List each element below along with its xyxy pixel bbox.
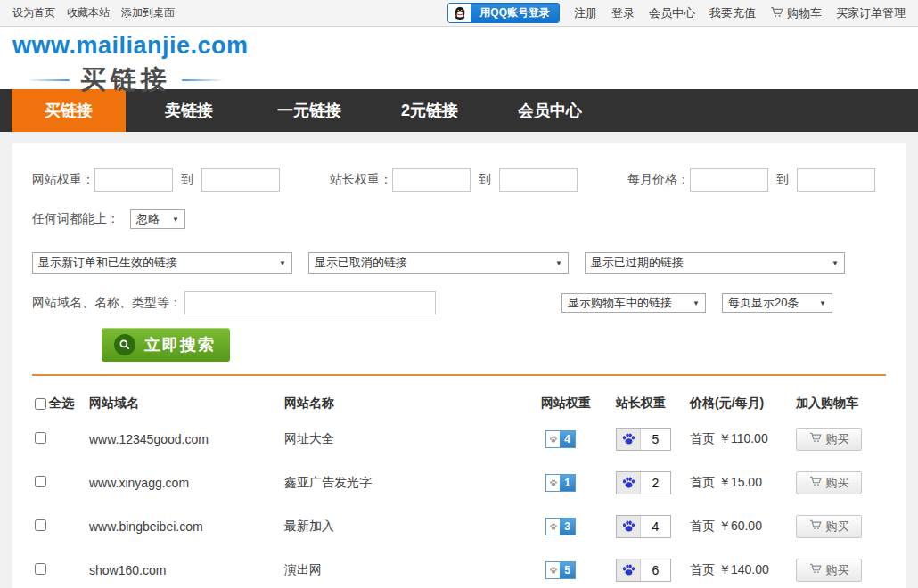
topbar-cart-link[interactable]: 购物车 xyxy=(770,5,822,21)
row-checkbox[interactable] xyxy=(35,476,46,487)
price-max-input[interactable] xyxy=(797,168,875,192)
topbar-link[interactable]: 我要充值 xyxy=(709,5,756,21)
price-min-input[interactable] xyxy=(690,168,768,192)
site-weight-badge: 4 xyxy=(545,430,576,448)
logo-site-name: 买链接 xyxy=(80,62,171,98)
topbar-link[interactable]: 登录 xyxy=(611,5,635,21)
row-checkbox[interactable] xyxy=(35,519,46,531)
paw-icon xyxy=(546,566,560,575)
new-orders-select[interactable]: 显示新订单和已生效的链接 ▼ xyxy=(32,252,292,274)
per-page-select[interactable]: 每页显示20条 ▼ xyxy=(722,293,832,313)
buy-button[interactable]: 购买 xyxy=(796,471,862,494)
tagline-dash-right xyxy=(182,79,225,81)
search-icon xyxy=(114,334,135,355)
site-weight-value: 1 xyxy=(560,475,575,491)
row-price: 首页 ￥60.00 xyxy=(690,519,796,535)
nav-tab[interactable]: 会员中心 xyxy=(493,89,607,132)
col-header-name: 网站名称 xyxy=(284,396,541,412)
table-row: www.12345good.com 网址大全 4 5 首页 ￥110.00 xyxy=(32,417,886,461)
tagline-dash-left xyxy=(27,79,70,81)
topbar-link[interactable]: 注册 xyxy=(574,5,597,21)
col-header-webmaster-weight: 站长权重 xyxy=(616,396,690,412)
buy-button[interactable]: 购买 xyxy=(796,515,862,538)
chevron-down-icon: ▼ xyxy=(687,299,700,307)
row-checkbox[interactable] xyxy=(35,563,46,575)
topbar-link[interactable]: 会员中心 xyxy=(649,5,695,21)
cart-links-select-value: 显示购物车中的链接 xyxy=(568,295,672,311)
topbar: 设为首页 收藏本站 添加到桌面 用QQ账号登录 注册 登录 会员中心 我要充值 … xyxy=(0,0,918,27)
qq-login-button[interactable]: 用QQ账号登录 xyxy=(447,3,560,23)
table-row: show160.com 演出网 5 6 首页 ￥140.00 xyxy=(32,548,886,588)
expired-select-value: 显示已过期的链接 xyxy=(591,255,684,271)
webmaster-weight-max-input[interactable] xyxy=(499,168,578,192)
row-checkbox[interactable] xyxy=(35,432,46,444)
buy-button[interactable]: 购买 xyxy=(796,428,862,451)
row-domain: www.xinyagg.com xyxy=(89,476,284,490)
row-price: 首页 ￥110.00 xyxy=(690,431,796,447)
nav-tab[interactable]: 2元链接 xyxy=(373,89,487,132)
cart-links-select[interactable]: 显示购物车中的链接 ▼ xyxy=(561,293,706,313)
logo-url[interactable]: www.mailianjie.com xyxy=(12,32,249,60)
webmaster-weight-badge: 5 xyxy=(616,428,671,451)
topbar-order-management-link[interactable]: 买家订单管理 xyxy=(836,5,906,21)
col-header-site-weight: 网站权重 xyxy=(541,396,616,412)
orange-divider xyxy=(32,374,886,376)
cart-icon xyxy=(809,431,822,446)
filter-row-weights: 网站权重： 到 站长权重： 到 每月价格： 到 xyxy=(32,168,886,192)
buy-button-label: 购买 xyxy=(826,519,849,535)
site-weight-label: 网站权重： xyxy=(32,172,94,188)
buy-button-label: 购买 xyxy=(826,475,849,491)
to-label: 到 xyxy=(181,172,193,188)
anyword-select[interactable]: 忽略 ▼ xyxy=(130,209,185,229)
paw-icon xyxy=(617,559,641,581)
table-row: www.bingbeibei.com 最新加入 3 4 首页 ￥60.00 xyxy=(32,504,886,548)
anyword-label: 任何词都能上： xyxy=(32,211,119,227)
site-weight-value: 5 xyxy=(560,562,575,578)
paw-icon xyxy=(617,429,641,450)
site-weight-min-input[interactable] xyxy=(94,168,173,192)
paw-icon xyxy=(546,435,560,444)
site-weight-badge: 3 xyxy=(545,518,576,535)
topbar-right: 用QQ账号登录 注册 登录 会员中心 我要充值 购物车 买家订单管理 xyxy=(447,3,906,23)
site-weight-badge: 5 xyxy=(545,561,576,579)
topbar-cart-label: 购物车 xyxy=(787,5,822,21)
topbar-link[interactable]: 收藏本站 xyxy=(67,5,110,20)
row-name: 演出网 xyxy=(284,562,541,578)
logo-tagline: 买链接 xyxy=(27,62,225,98)
webmaster-weight-value: 4 xyxy=(641,519,670,534)
to-label: 到 xyxy=(479,172,491,188)
row-domain: www.12345good.com xyxy=(89,432,284,446)
col-header-domain: 网站域名 xyxy=(89,396,284,412)
topbar-link[interactable]: 添加到桌面 xyxy=(121,5,175,20)
expired-select[interactable]: 显示已过期的链接 ▼ xyxy=(585,252,845,274)
col-header-price: 价格(元/每月) xyxy=(690,396,796,412)
buy-button-label: 购买 xyxy=(826,562,849,578)
paw-icon xyxy=(546,478,560,487)
topbar-link[interactable]: 设为首页 xyxy=(12,5,55,20)
site-weight-max-input[interactable] xyxy=(201,168,280,192)
search-button[interactable]: 立即搜索 xyxy=(102,328,230,362)
webmaster-weight-value: 6 xyxy=(641,563,670,577)
select-all-label: 全选 xyxy=(49,396,74,412)
domain-search-label: 网站域名、名称、类型等： xyxy=(32,295,182,311)
site-weight-badge: 1 xyxy=(545,474,576,492)
table-row: www.xinyagg.com 鑫亚广告发光字 1 2 首页 ￥15.00 xyxy=(32,461,886,504)
cancelled-select[interactable]: 显示已取消的链接 ▼ xyxy=(308,252,569,274)
nav-tab[interactable]: 一元链接 xyxy=(252,89,366,132)
row-price: 首页 ￥140.00 xyxy=(690,562,796,578)
select-all-checkbox[interactable] xyxy=(35,398,46,410)
paw-icon xyxy=(546,522,560,531)
webmaster-weight-min-input[interactable] xyxy=(392,168,471,192)
domain-search-input[interactable] xyxy=(184,291,436,314)
col-header-cart: 加入购物车 xyxy=(796,396,886,412)
monthly-price-filter: 每月价格： 到 xyxy=(627,168,875,192)
row-domain: www.bingbeibei.com xyxy=(89,519,284,534)
row-name: 网址大全 xyxy=(284,431,541,447)
buy-button-label: 购买 xyxy=(826,431,849,447)
webmaster-weight-value: 2 xyxy=(641,476,670,490)
buy-button[interactable]: 购买 xyxy=(796,559,862,582)
row-domain: show160.com xyxy=(89,563,284,577)
chevron-down-icon: ▼ xyxy=(550,259,562,267)
monthly-price-label: 每月价格： xyxy=(627,172,690,188)
cart-icon xyxy=(770,5,783,21)
